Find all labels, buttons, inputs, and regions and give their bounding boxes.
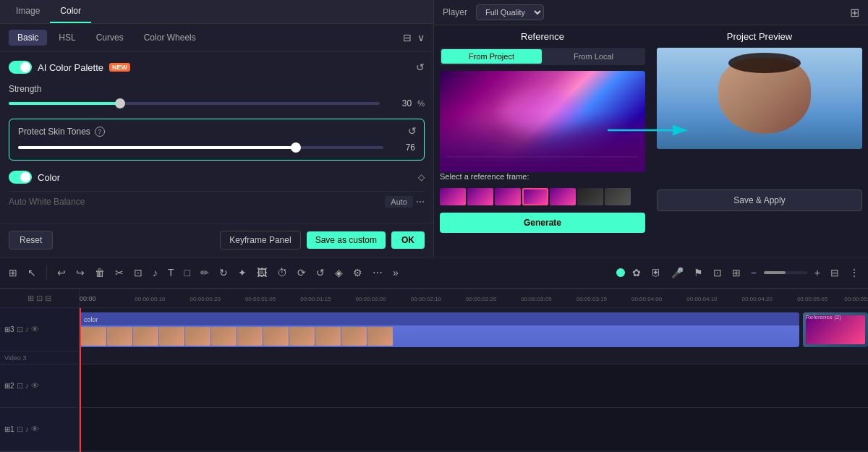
- clip-frame-6: [211, 327, 237, 346]
- reference-tabs: From Project From Local: [440, 48, 645, 65]
- ai-palette-toggle[interactable]: [9, 61, 32, 74]
- tool-cut-icon[interactable]: ✂: [112, 264, 127, 281]
- tool-cursor-icon[interactable]: ↖: [25, 264, 39, 281]
- reference-side-clip[interactable]: Reference (2): [803, 312, 868, 347]
- sub-tab-basic[interactable]: Basic: [9, 30, 47, 46]
- toolbar-separator-1: [46, 265, 47, 280]
- time-mark-12: 00:00:04:20: [742, 296, 773, 302]
- grid-icon[interactable]: ⊞: [850, 6, 859, 20]
- frame-thumb-3[interactable]: [495, 188, 521, 205]
- tool-audio-icon[interactable]: ♪: [150, 264, 161, 281]
- track-icons-left: ⊞ ⊡ ⊟: [27, 294, 51, 303]
- tool-redo-icon[interactable]: ↪: [73, 264, 88, 281]
- main-color-clip[interactable]: color: [80, 312, 799, 347]
- toolbar: ⊞ ↖ ↩ ↪ 🗑 ✂ ⊡ ♪ T □ ✏ ↻ ✦ 🖼 ⏱ ⟳ ↺ ◈ ⚙ ⋯ …: [0, 257, 868, 289]
- tool-shield-icon[interactable]: ⛨: [648, 264, 664, 281]
- color-toggle[interactable]: [9, 171, 32, 184]
- time-mark-3: 00:00:01:05: [245, 296, 276, 302]
- tool-image-icon[interactable]: 🖼: [254, 264, 270, 281]
- save-apply-button[interactable]: Save & Apply: [657, 189, 862, 211]
- tool-screen-icon[interactable]: ⊡: [710, 264, 725, 281]
- left-panel: Image Color Basic HSL Curves Color Wheel…: [0, 0, 434, 257]
- tab-color[interactable]: Color: [50, 0, 91, 23]
- protect-skin-tones-box: Protect Skin Tones ? ↺ 76: [9, 119, 425, 161]
- tool-rotate-icon[interactable]: ↻: [216, 264, 231, 281]
- keyframe-panel-button[interactable]: Keyframe Panel: [220, 231, 300, 250]
- sub-tab-color-wheels[interactable]: Color Wheels: [135, 30, 205, 46]
- project-preview-section: Project Preview Save & Apply: [651, 25, 868, 257]
- frame-thumb-1[interactable]: [440, 188, 466, 205]
- tool-adjust-icon[interactable]: ⚙: [350, 264, 365, 281]
- tool-fill-icon[interactable]: ◈: [332, 264, 346, 281]
- expand-icon[interactable]: ∨: [417, 32, 425, 43]
- tool-mic-icon[interactable]: 🎤: [668, 264, 686, 281]
- new-badge: NEW: [109, 63, 130, 72]
- awb-expand-icon[interactable]: ⋯: [416, 197, 425, 207]
- track-time-row: ⊞ ⊡ ⊟ 00:00 00:00:00:10 00:00:00:20 00:0…: [0, 289, 868, 308]
- reset-button[interactable]: Reset: [9, 231, 53, 250]
- track-v3-icons[interactable]: ⊡ ♪ 👁: [17, 325, 40, 334]
- protect-slider-thumb[interactable]: [291, 142, 301, 153]
- clip-frame-7: [237, 327, 263, 346]
- layout-icon[interactable]: ⊟: [403, 32, 412, 43]
- frame-thumb-7[interactable]: [605, 188, 631, 205]
- protect-reset-icon[interactable]: ↺: [408, 125, 417, 137]
- strength-slider-thumb[interactable]: [115, 98, 125, 108]
- time-mark-7: 00:00:02:20: [466, 296, 496, 302]
- tool-grid-icon[interactable]: ⊞: [6, 264, 20, 281]
- tool-chevron-icon[interactable]: »: [390, 264, 401, 281]
- save-as-custom-button[interactable]: Save as custom: [307, 231, 386, 249]
- from-local-tab[interactable]: From Local: [543, 49, 644, 64]
- quality-select[interactable]: Full Quality: [476, 4, 544, 20]
- time-mark-5: 00:00:02:00: [356, 296, 386, 302]
- ai-reset-icon[interactable]: ↺: [416, 61, 425, 73]
- track-v3-badge: ⊞3: [4, 325, 14, 333]
- tool-more-icon[interactable]: ⋮: [846, 264, 862, 281]
- protect-info-icon[interactable]: ?: [95, 127, 105, 137]
- tab-image[interactable]: Image: [6, 0, 50, 23]
- generate-button[interactable]: Generate: [440, 213, 645, 233]
- from-project-tab[interactable]: From Project: [441, 49, 542, 64]
- panel-content: AI Color Palette NEW ↺ Strength 30 % Pro…: [0, 52, 433, 223]
- tool-rect-icon[interactable]: □: [182, 264, 193, 281]
- track-v1-icons[interactable]: ⊡ ♪ 👁: [17, 425, 40, 434]
- tool-undo-icon[interactable]: ↩: [54, 264, 69, 281]
- frame-thumb-6[interactable]: [577, 188, 603, 205]
- clip-frame-10: [315, 327, 341, 346]
- clip-frame-12: [367, 327, 393, 346]
- tool-brush-icon[interactable]: ✏: [197, 264, 212, 281]
- tool-text-icon[interactable]: T: [165, 264, 177, 281]
- tool-trash-icon[interactable]: 🗑: [92, 264, 108, 281]
- protect-label: Protect Skin Tones ?: [18, 127, 415, 137]
- main-clip-label: color: [84, 316, 98, 323]
- diamond-icon: ◇: [418, 172, 425, 182]
- tool-settings-icon[interactable]: ✿: [629, 264, 644, 281]
- ref-clip-label: Reference (2): [806, 314, 841, 320]
- tool-clock-icon[interactable]: ⏱: [274, 264, 290, 281]
- protect-slider-track[interactable]: [18, 146, 383, 149]
- strength-slider-track[interactable]: [9, 102, 380, 105]
- sub-tab-curves[interactable]: Curves: [88, 30, 132, 46]
- tool-effect-icon[interactable]: ✦: [235, 264, 250, 281]
- sub-tab-hsl[interactable]: HSL: [50, 30, 84, 46]
- main-clip-frames: [80, 325, 799, 347]
- tool-loop-icon[interactable]: ⟳: [294, 264, 309, 281]
- ok-button[interactable]: OK: [391, 231, 425, 249]
- auto-btn[interactable]: Auto: [385, 196, 413, 208]
- frame-thumb-5[interactable]: [550, 188, 576, 205]
- tool-columns-icon[interactable]: ⊟: [827, 264, 842, 281]
- tool-flag-icon[interactable]: ⚑: [691, 264, 706, 281]
- tool-crop-icon[interactable]: ⊡: [131, 264, 145, 281]
- tool-plus-icon[interactable]: +: [812, 264, 823, 281]
- tool-copy-icon[interactable]: ⊞: [729, 264, 744, 281]
- tool-link-icon[interactable]: ⋯: [370, 264, 386, 281]
- tool-minus-icon[interactable]: −: [748, 264, 760, 281]
- track-v2-icons[interactable]: ⊡ ♪ 👁: [17, 381, 40, 391]
- zoom-slider[interactable]: [764, 271, 807, 274]
- frames-row[interactable]: [440, 188, 645, 205]
- tool-refresh-icon[interactable]: ↺: [313, 264, 328, 281]
- frame-thumb-2[interactable]: [467, 188, 493, 205]
- panel-bottom: Reset Keyframe Panel Save as custom OK: [0, 223, 433, 257]
- time-mark-10: 00:00:04:00: [631, 296, 662, 302]
- frame-thumb-4[interactable]: [522, 188, 548, 205]
